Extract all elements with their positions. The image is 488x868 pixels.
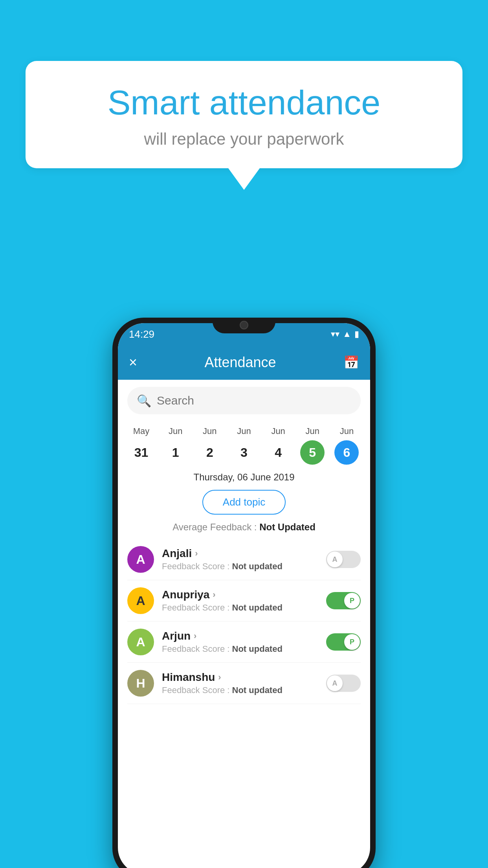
cal-day-4[interactable]: Jun4 [266,426,290,465]
speech-bubble-tail [228,168,260,190]
student-name-0: Anjali › [162,547,326,560]
student-feedback-0: Feedback Score : Not updated [162,561,326,572]
student-name-3: Himanshu › [162,671,326,684]
toggle-wrap-3[interactable]: A [326,675,361,692]
cal-month-5: Jun [306,426,319,436]
bubble-title: Smart attendance [49,83,439,123]
avatar-3: H [127,670,154,697]
cal-date-5: 5 [300,440,325,465]
cal-day-5[interactable]: Jun5 [300,426,325,465]
cal-day-2[interactable]: Jun2 [198,426,222,465]
toggle-knob-3: A [327,675,343,691]
cal-month-2: Jun [203,426,216,436]
toggle-knob-0: A [327,552,343,567]
toggle-wrap-0[interactable]: A [326,551,361,568]
cal-date-0: 31 [129,440,154,465]
cal-day-6[interactable]: Jun6 [334,426,359,465]
avatar-2: A [127,629,154,655]
speech-bubble: Smart attendance will replace your paper… [26,61,462,168]
cal-date-3: 3 [232,440,256,465]
search-bar[interactable]: 🔍 [127,387,361,414]
student-info-3: Himanshu ›Feedback Score : Not updated [162,671,326,695]
student-feedback-1: Feedback Score : Not updated [162,603,326,613]
phone-screen: 14:29 ▾▾ ▲ ▮ × Attendance 📅 🔍 May31Jun1J… [118,323,370,868]
status-icons: ▾▾ ▲ ▮ [331,329,359,339]
phone-frame: 14:29 ▾▾ ▲ ▮ × Attendance 📅 🔍 May31Jun1J… [112,318,376,868]
avg-feedback: Average Feedback : Not Updated [118,522,370,533]
toggle-2[interactable]: P [326,633,361,651]
toggle-3[interactable]: A [326,675,361,692]
cal-day-1[interactable]: Jun1 [163,426,188,465]
wifi-icon: ▾▾ [331,329,339,339]
selected-date: Thursday, 06 June 2019 [118,472,370,483]
cal-month-0: May [133,426,150,436]
signal-icon: ▲ [343,329,351,339]
avg-feedback-value: Not Updated [259,522,316,532]
toggle-knob-2: P [344,634,360,650]
search-input[interactable] [157,394,351,407]
cal-date-2: 2 [198,440,222,465]
toggle-0[interactable]: A [326,551,361,568]
calendar-icon[interactable]: 📅 [343,355,359,370]
app-header: × Attendance 📅 [118,345,370,380]
avatar-1: A [127,587,154,614]
calendar-strip: May31Jun1Jun2Jun3Jun4Jun5Jun6 [118,421,370,465]
header-title: Attendance [137,354,343,371]
student-item-0[interactable]: AAnjali ›Feedback Score : Not updatedA [127,539,361,580]
toggle-knob-1: P [344,593,360,609]
toggle-wrap-1[interactable]: P [326,592,361,609]
student-item-2[interactable]: AArjun ›Feedback Score : Not updatedP [127,622,361,663]
chevron-icon: › [195,548,198,559]
cal-day-3[interactable]: Jun3 [232,426,256,465]
cal-month-3: Jun [237,426,251,436]
cal-month-1: Jun [169,426,182,436]
student-feedback-2: Feedback Score : Not updated [162,644,326,654]
cal-month-4: Jun [271,426,285,436]
battery-icon: ▮ [354,329,359,339]
student-info-0: Anjali ›Feedback Score : Not updated [162,547,326,572]
phone-camera [240,321,248,329]
cal-date-6: 6 [334,440,359,465]
toggle-wrap-2[interactable]: P [326,633,361,651]
search-icon: 🔍 [137,394,151,408]
student-info-1: Anupriya ›Feedback Score : Not updated [162,588,326,613]
avg-feedback-label: Average Feedback : [172,522,259,532]
student-info-2: Arjun ›Feedback Score : Not updated [162,630,326,654]
cal-date-4: 4 [266,440,290,465]
status-time: 14:29 [129,328,154,340]
cal-month-6: Jun [340,426,354,436]
chevron-icon: › [218,672,221,682]
student-feedback-3: Feedback Score : Not updated [162,685,326,695]
phone-notch [213,318,275,333]
student-list: AAnjali ›Feedback Score : Not updatedAAA… [118,539,370,704]
student-name-2: Arjun › [162,630,326,642]
speech-bubble-container: Smart attendance will replace your paper… [26,61,462,190]
avatar-0: A [127,546,154,573]
chevron-icon: › [213,590,215,600]
student-item-3[interactable]: HHimanshu ›Feedback Score : Not updatedA [127,663,361,704]
bubble-subtitle: will replace your paperwork [49,130,439,149]
toggle-1[interactable]: P [326,592,361,609]
add-topic-button[interactable]: Add topic [202,490,286,515]
cal-date-1: 1 [163,440,188,465]
student-item-1[interactable]: AAnupriya ›Feedback Score : Not updatedP [127,580,361,622]
student-name-1: Anupriya › [162,588,326,601]
cal-day-0[interactable]: May31 [129,426,154,465]
chevron-icon: › [194,631,196,641]
close-button[interactable]: × [129,354,137,371]
